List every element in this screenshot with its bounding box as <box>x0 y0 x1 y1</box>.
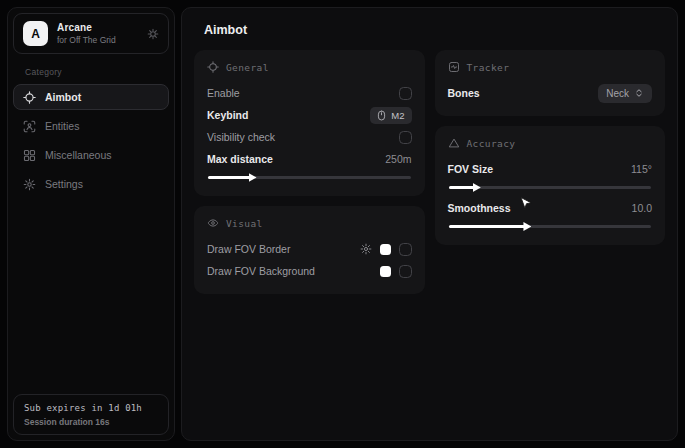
panel-columns: General Enable Keybind <box>191 50 668 294</box>
smoothness-label: Smoothness <box>448 202 511 214</box>
panel-title: Visual <box>226 218 263 229</box>
tracker-panel: Tracker Bones Neck <box>435 50 666 116</box>
category-label: Category <box>25 67 174 77</box>
mouse-icon <box>377 110 386 121</box>
sidebar-item-label: Aimbot <box>45 91 81 103</box>
fov-size-slider[interactable] <box>449 183 652 192</box>
bones-value: Neck <box>606 88 629 99</box>
draw-fov-border-row: Draw FOV Border <box>207 238 412 260</box>
app-name: Arcane <box>57 22 138 33</box>
general-panel-header: General <box>207 61 412 73</box>
sidebar-item-entities[interactable]: Entities <box>13 113 169 139</box>
slider-thumb[interactable] <box>473 183 481 192</box>
gear-icon <box>23 178 36 191</box>
gear-icon[interactable] <box>147 28 159 40</box>
fov-size-value: 115° <box>631 163 652 175</box>
gear-icon[interactable] <box>360 243 372 255</box>
triangle-icon <box>448 137 460 149</box>
sidebar-item-settings[interactable]: Settings <box>13 171 169 197</box>
sidebar-item-miscellaneous[interactable]: Miscellaneous <box>13 142 169 168</box>
draw-fov-border-label: Draw FOV Border <box>207 243 290 255</box>
panel-title: Tracker <box>467 62 510 73</box>
visibility-check-checkbox[interactable] <box>399 131 412 144</box>
chevron-up-down-icon <box>634 88 644 98</box>
draw-fov-background-row: Draw FOV Background <box>207 260 412 282</box>
fov-size-label: FOV Size <box>448 163 494 175</box>
smoothness-row: Smoothness 10.0 <box>448 197 653 219</box>
sidebar-item-label: Miscellaneous <box>45 149 112 161</box>
app-logo: A <box>23 21 48 46</box>
app-subtitle: for Off The Grid <box>57 35 138 45</box>
panel-title: Accuracy <box>467 138 516 149</box>
sidebar-item-label: Settings <box>45 178 83 190</box>
slider-fill <box>208 176 251 179</box>
bones-select[interactable]: Neck <box>598 84 652 103</box>
eye-icon <box>207 217 219 229</box>
subscription-card: Sub expires in 1d 01h Session duration 1… <box>13 394 169 435</box>
visual-panel: Visual Draw FOV Border <box>194 206 425 294</box>
draw-fov-background-checkbox[interactable] <box>399 265 412 278</box>
fov-background-color-swatch[interactable] <box>380 266 391 277</box>
sidebar-nav: Aimbot Entities Miscellan <box>8 84 174 197</box>
crosshair-icon <box>207 61 219 73</box>
bones-row: Bones Neck <box>448 82 653 104</box>
tracker-icon <box>448 61 460 73</box>
grid-icon <box>23 149 36 162</box>
fov-size-row: FOV Size 115° <box>448 158 653 180</box>
sub-expiry-text: Sub expires in 1d 01h <box>24 403 158 413</box>
visibility-check-row: Visibility check <box>207 126 412 148</box>
keybind-label: Keybind <box>207 109 248 121</box>
general-panel: General Enable Keybind <box>194 50 425 196</box>
accuracy-panel-header: Accuracy <box>448 137 653 149</box>
main-panel: Aimbot General Enable <box>181 7 678 441</box>
visual-panel-header: Visual <box>207 217 412 229</box>
draw-fov-background-controls <box>380 265 412 278</box>
app-title-block: Arcane for Off The Grid <box>57 22 138 45</box>
panel-title: General <box>226 62 269 73</box>
slider-thumb[interactable] <box>523 222 531 231</box>
page-title: Aimbot <box>204 23 668 37</box>
slider-thumb[interactable] <box>249 173 257 182</box>
fov-border-color-swatch[interactable] <box>380 244 391 255</box>
left-column: General Enable Keybind <box>194 50 425 294</box>
app-logo-card: A Arcane for Off The Grid <box>13 13 169 54</box>
crosshair-icon <box>23 91 36 104</box>
accuracy-panel: Accuracy FOV Size 115° Smoothness 10.0 <box>435 126 666 245</box>
sidebar-item-label: Entities <box>45 120 79 132</box>
max-distance-slider[interactable] <box>208 173 411 182</box>
session-duration-text: Session duration 16s <box>24 417 158 427</box>
scan-person-icon <box>23 120 36 133</box>
tracker-panel-header: Tracker <box>448 61 653 73</box>
slider-fill <box>449 225 526 228</box>
visibility-check-label: Visibility check <box>207 131 275 143</box>
smoothness-value: 10.0 <box>632 202 652 214</box>
keybind-row: Keybind M2 <box>207 104 412 126</box>
max-distance-value: 250m <box>385 153 411 165</box>
keybind-value: M2 <box>391 110 404 121</box>
max-distance-row: Max distance 250m <box>207 148 412 170</box>
slider-fill <box>449 186 475 189</box>
sidebar-item-aimbot[interactable]: Aimbot <box>13 84 169 110</box>
mouse-cursor-icon <box>520 197 532 211</box>
enable-checkbox[interactable] <box>399 87 412 100</box>
bones-label: Bones <box>448 87 480 99</box>
enable-label: Enable <box>207 87 240 99</box>
sidebar: A Arcane for Off The Grid Category Aimbo… <box>7 7 175 441</box>
smoothness-slider[interactable] <box>449 222 652 231</box>
right-column: Tracker Bones Neck <box>435 50 666 294</box>
draw-fov-border-controls <box>360 243 412 256</box>
draw-fov-border-checkbox[interactable] <box>399 243 412 256</box>
max-distance-label: Max distance <box>207 153 273 165</box>
keybind-button[interactable]: M2 <box>370 107 411 124</box>
draw-fov-background-label: Draw FOV Background <box>207 265 315 277</box>
enable-row: Enable <box>207 82 412 104</box>
